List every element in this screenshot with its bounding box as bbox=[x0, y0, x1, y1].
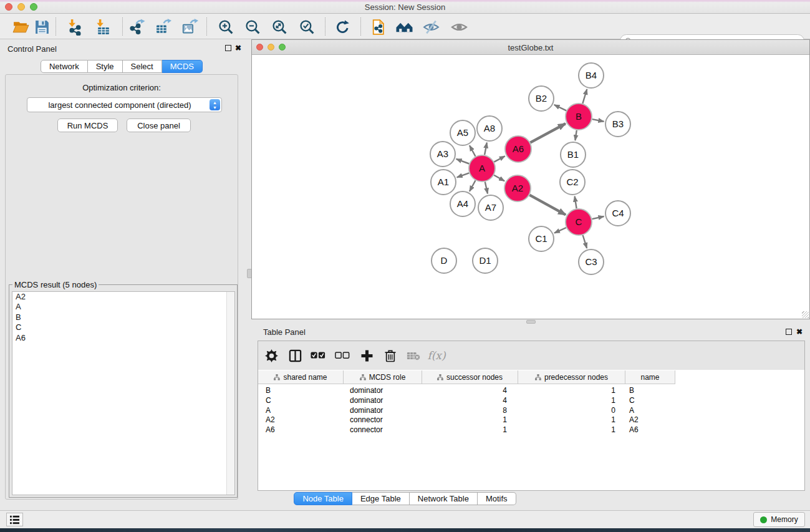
result-list-item[interactable]: A6 bbox=[12, 333, 234, 343]
edge-C-C4[interactable] bbox=[592, 216, 604, 219]
edge-A-A2[interactable] bbox=[494, 175, 504, 181]
export-network-button[interactable] bbox=[127, 17, 147, 37]
open-file-button[interactable] bbox=[11, 17, 31, 37]
column-header-MCDS-role[interactable]: MCDS role bbox=[344, 370, 422, 384]
node-B[interactable]: B bbox=[566, 104, 592, 130]
zoom-fit-button[interactable] bbox=[269, 17, 289, 37]
node-A5[interactable]: A5 bbox=[450, 120, 475, 145]
node-B4[interactable]: B4 bbox=[579, 63, 604, 88]
column-header-predecessor-nodes[interactable]: predecessor nodes bbox=[518, 370, 625, 384]
edge-B-B3[interactable] bbox=[592, 119, 604, 122]
select-all-checks-button[interactable] bbox=[309, 347, 327, 364]
table-row[interactable]: Adominator80A bbox=[258, 405, 675, 415]
close-panel-button[interactable]: Close panel bbox=[127, 118, 191, 132]
node-C4[interactable]: C4 bbox=[605, 201, 630, 226]
zoom-out-button[interactable] bbox=[243, 17, 263, 37]
criterion-dropdown[interactable]: largest connected component (directed) ▲… bbox=[27, 97, 222, 112]
table-row[interactable]: Bdominator41B bbox=[258, 385, 675, 395]
node-C2[interactable]: C2 bbox=[560, 170, 585, 195]
horizontal-splitter-handle[interactable] bbox=[526, 320, 536, 324]
edge-B-B1[interactable] bbox=[575, 130, 576, 140]
close-table-panel-icon[interactable]: ✖ bbox=[796, 329, 803, 335]
tab-network-table[interactable]: Network Table bbox=[410, 492, 478, 505]
close-panel-icon[interactable]: ✖ bbox=[235, 45, 241, 51]
toggle-columns-button[interactable] bbox=[286, 347, 304, 364]
node-A1[interactable]: A1 bbox=[431, 170, 456, 195]
network-window-titlebar[interactable]: testGlobe.txt bbox=[252, 40, 809, 55]
result-list-item[interactable]: A2 bbox=[12, 292, 234, 302]
add-column-button[interactable] bbox=[357, 347, 376, 364]
table-header-row[interactable]: shared nameMCDS rolesuccessor nodesprede… bbox=[258, 370, 675, 384]
edge-B-B2[interactable] bbox=[554, 105, 567, 110]
edge-C-C1[interactable] bbox=[554, 228, 566, 233]
zoom-in-button[interactable] bbox=[216, 17, 236, 37]
home-button[interactable] bbox=[394, 17, 414, 37]
export-image-button[interactable] bbox=[180, 17, 200, 37]
float-table-panel-icon[interactable] bbox=[786, 329, 792, 335]
edge-A-A6[interactable] bbox=[494, 156, 504, 162]
hide-panel-button[interactable] bbox=[421, 17, 441, 37]
node-A4[interactable]: A4 bbox=[450, 191, 475, 216]
import-network-button[interactable] bbox=[65, 17, 85, 37]
network-from-file-button[interactable] bbox=[368, 17, 388, 37]
node-A[interactable]: A bbox=[469, 155, 495, 181]
memory-button[interactable]: Memory bbox=[753, 512, 805, 527]
node-C3[interactable]: C3 bbox=[579, 249, 604, 274]
mcds-result-list[interactable]: A2ABCA6 bbox=[12, 291, 235, 495]
resize-grip-icon[interactable] bbox=[802, 311, 809, 318]
tab-edge-table[interactable]: Edge Table bbox=[352, 492, 410, 505]
node-B3[interactable]: B3 bbox=[605, 112, 630, 137]
column-header-name[interactable]: name bbox=[625, 370, 675, 384]
result-list-item[interactable]: A bbox=[12, 302, 234, 312]
tab-mcds[interactable]: MCDS bbox=[162, 60, 203, 73]
zoom-selected-button[interactable] bbox=[297, 17, 317, 37]
table-row[interactable]: A2connector11A2 bbox=[258, 415, 675, 425]
table-settings-button[interactable] bbox=[262, 347, 281, 364]
node-A7[interactable]: A7 bbox=[478, 195, 503, 220]
node-A8[interactable]: A8 bbox=[477, 116, 502, 141]
edge-A-A3[interactable] bbox=[456, 159, 470, 164]
table-row[interactable]: A6connector11A6 bbox=[258, 425, 675, 435]
network-canvas[interactable]: B4 B2 B B3 A8 A5 A6 A3 B1 A A1 C2 A2 A4 … bbox=[252, 55, 809, 319]
delete-column-button[interactable] bbox=[381, 347, 400, 364]
tab-motifs[interactable]: Motifs bbox=[478, 492, 516, 505]
tab-node-table[interactable]: Node Table bbox=[294, 492, 352, 505]
edge-A-A1[interactable] bbox=[457, 173, 470, 177]
node-B2[interactable]: B2 bbox=[529, 86, 554, 111]
float-panel-icon[interactable] bbox=[225, 45, 231, 51]
run-mcds-button[interactable]: Run MCDS bbox=[57, 118, 118, 132]
node-A3[interactable]: A3 bbox=[430, 142, 455, 167]
result-list-scrollbar[interactable] bbox=[226, 292, 234, 495]
tab-style[interactable]: Style bbox=[88, 60, 123, 73]
node-A2[interactable]: A2 bbox=[504, 175, 531, 201]
node-C[interactable]: C bbox=[566, 209, 592, 235]
node-A6[interactable]: A6 bbox=[505, 136, 531, 162]
edge-A-A8[interactable] bbox=[485, 143, 487, 155]
node-D1[interactable]: D1 bbox=[473, 248, 498, 273]
refresh-button[interactable] bbox=[332, 17, 352, 37]
edge-B-B4[interactable] bbox=[582, 89, 587, 104]
show-panel-button[interactable] bbox=[449, 17, 469, 37]
tab-network[interactable]: Network bbox=[41, 60, 88, 73]
clear-all-checks-button[interactable] bbox=[333, 347, 352, 364]
tab-select[interactable]: Select bbox=[123, 60, 162, 73]
node-C1[interactable]: C1 bbox=[529, 226, 554, 251]
export-table-button[interactable] bbox=[153, 17, 173, 37]
edge-C-C2[interactable] bbox=[575, 196, 577, 209]
edge-C-C3[interactable] bbox=[583, 235, 587, 248]
edge-A-A4[interactable] bbox=[470, 180, 476, 191]
node-D[interactable]: D bbox=[432, 248, 456, 273]
table-row[interactable]: Cdominator41C bbox=[258, 395, 675, 405]
column-header-shared-name[interactable]: shared name bbox=[258, 370, 344, 384]
task-history-button[interactable] bbox=[6, 513, 23, 526]
node-B1[interactable]: B1 bbox=[561, 142, 586, 167]
edge-A-A5[interactable] bbox=[470, 145, 476, 157]
column-header-successor-nodes[interactable]: successor nodes bbox=[422, 370, 518, 384]
import-table-button[interactable] bbox=[93, 17, 113, 37]
result-list-item[interactable]: C bbox=[12, 322, 234, 332]
result-list-item[interactable]: B bbox=[12, 312, 234, 322]
edge-A6-B[interactable] bbox=[530, 123, 565, 142]
edge-A2-C[interactable] bbox=[529, 195, 566, 215]
edge-A-A7[interactable] bbox=[485, 182, 488, 194]
save-session-button[interactable] bbox=[32, 17, 52, 37]
